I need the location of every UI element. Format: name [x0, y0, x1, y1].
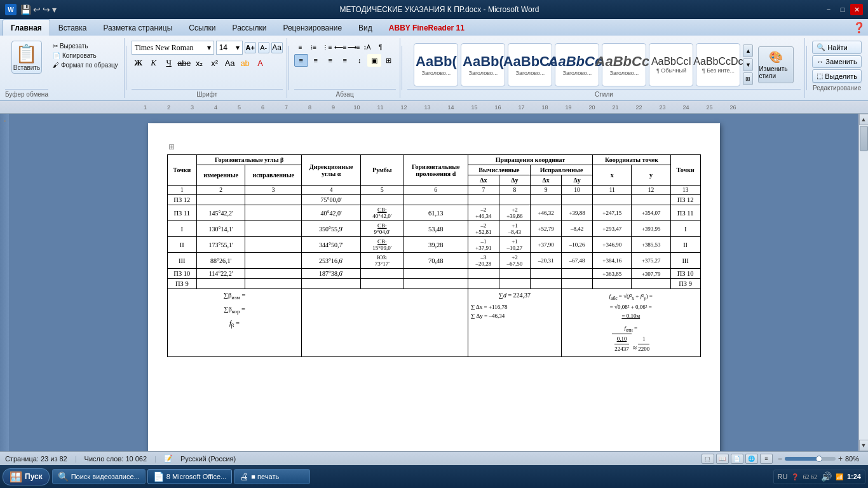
table-row-pz11: ПЗ 11 145°42,2' 40°42,0' СВ:40°42,0' 61,…: [167, 205, 700, 221]
borders-button[interactable]: ⊞: [382, 54, 396, 67]
format-painter-button[interactable]: 🖌 Формат по образцу: [51, 61, 120, 69]
tab-review[interactable]: Рецензирование: [275, 19, 350, 36]
undo-icon[interactable]: ↩: [33, 4, 41, 15]
tab-view[interactable]: Вид: [350, 19, 381, 36]
align-justify-button[interactable]: ≡: [338, 54, 352, 67]
subscript-button[interactable]: x₂: [193, 56, 207, 70]
text-case-button[interactable]: Aa: [223, 56, 237, 70]
ruler-mark-16: 16: [486, 104, 510, 111]
view-page-button[interactable]: 📄: [731, 454, 743, 464]
copy-button[interactable]: 📄 Копировать: [51, 51, 120, 60]
underline-button[interactable]: Ч: [162, 56, 176, 70]
style-heading5[interactable]: AaBbCcI Заголово...: [602, 43, 646, 86]
close-button[interactable]: ✕: [850, 4, 863, 15]
view-web-button[interactable]: 🌐: [745, 454, 758, 464]
zoom-in-icon[interactable]: +: [838, 454, 843, 463]
th-rumby: Румбы: [361, 155, 403, 186]
dropdown-icon[interactable]: ▾: [52, 4, 57, 15]
f-otn-label: fотн =: [564, 323, 697, 334]
select-button[interactable]: ⬚ Выделить: [812, 69, 862, 83]
increase-indent-button[interactable]: ⟶≡: [348, 41, 360, 53]
style-heading4[interactable]: AaBbCcI Заголово...: [555, 43, 599, 86]
th-dy-ispr: Δy: [562, 175, 593, 186]
start-label: Пуск: [25, 472, 43, 481]
style-heading3[interactable]: AaBbCc Заголово...: [508, 43, 552, 86]
redo-icon[interactable]: ↪: [43, 4, 50, 15]
styles-scroll-down[interactable]: ▼: [743, 58, 753, 71]
align-right-button[interactable]: ≡: [323, 54, 337, 67]
maximize-button[interactable]: □: [836, 4, 849, 15]
style-normal[interactable]: AaBbCcI ¶ Обычный: [649, 43, 693, 86]
strikethrough-button[interactable]: abc: [177, 56, 191, 70]
styles-scroll-up[interactable]: ▲: [743, 44, 753, 57]
cell-II-dx-v: –1+37,91: [468, 237, 499, 253]
style-no-spacing[interactable]: AaBbCcDc ¶ Без инте...: [696, 43, 740, 86]
cell-pz11-horiz: 61,13: [403, 205, 468, 221]
cell-I-y: +393,95: [632, 221, 670, 237]
ribbon-help-icon[interactable]: ❓: [853, 22, 865, 34]
scroll-thumb[interactable]: [860, 126, 868, 151]
align-left-button[interactable]: ≡: [294, 54, 308, 67]
shading-button[interactable]: ▣: [367, 54, 381, 67]
bullet-list-button[interactable]: ≡: [294, 41, 307, 53]
num-9: 9: [530, 186, 561, 195]
sort-button[interactable]: ↕A: [361, 41, 374, 53]
clear-format-button[interactable]: Aa: [271, 42, 283, 53]
help-icon[interactable]: ❓: [791, 473, 799, 480]
styles-more-button[interactable]: ⊞: [743, 72, 753, 85]
start-button[interactable]: 🪟 Пуск: [3, 468, 50, 485]
replace-button[interactable]: ↔ Заменить: [812, 55, 862, 68]
cell-II-dy-i: –10,26: [562, 237, 593, 253]
tab-abbyy[interactable]: ABBY FineReader 11: [381, 19, 473, 36]
font-size-decrease-button[interactable]: A-: [258, 42, 269, 53]
font-color-button[interactable]: A: [254, 56, 268, 70]
zoom-slider[interactable]: [785, 457, 836, 461]
change-styles-button[interactable]: 🎨 Изменить стили: [758, 46, 794, 83]
cell-pz12-y: [632, 195, 670, 205]
document-area[interactable]: ⊞: [9, 114, 858, 451]
scroll-up-button[interactable]: ▲: [859, 114, 869, 125]
show-hide-button[interactable]: ¶: [374, 41, 387, 53]
tab-references[interactable]: Ссылки: [180, 19, 224, 36]
tab-mailings[interactable]: Рассылки: [224, 19, 275, 36]
numbered-list-button[interactable]: ⁝≡: [308, 41, 320, 53]
style-heading1[interactable]: AaBb( Заголово...: [414, 43, 458, 86]
highlight-color-button[interactable]: ab: [238, 56, 252, 70]
view-normal-button[interactable]: ⬚: [702, 454, 714, 464]
paste-button[interactable]: 📋 Вставить: [11, 41, 42, 74]
tab-home[interactable]: Главная: [3, 19, 50, 36]
font-size-increase-button[interactable]: A+: [245, 42, 256, 53]
f-abs-calc: = √0,08² + 0,06² =: [564, 302, 697, 311]
italic-button[interactable]: К: [147, 56, 161, 70]
num-7: 7: [468, 186, 499, 195]
volume-icon[interactable]: 🔊: [821, 471, 832, 482]
cell-pz11-dy-v: +2+39,86: [499, 205, 530, 221]
multilevel-list-button[interactable]: ⋮≡: [321, 41, 334, 53]
table-insert-button[interactable]: ⊞: [168, 142, 175, 152]
tab-insert[interactable]: Вставка: [50, 19, 95, 36]
decrease-indent-button[interactable]: ⟵≡: [334, 41, 347, 53]
font-name-selector[interactable]: Times New Roman ▾: [132, 41, 214, 55]
cell-III-izm: 88°26,1': [197, 253, 245, 269]
taskbar-item-search[interactable]: 🔍 Поиск видеозаписе...: [52, 469, 146, 484]
view-reading-button[interactable]: 📖: [716, 454, 729, 464]
tab-page-layout[interactable]: Разметка страницы: [95, 19, 180, 36]
taskbar-item-word[interactable]: 📄 8 Microsoft Office...: [147, 469, 233, 484]
taskbar-item-print[interactable]: 🖨 ■ печать: [234, 469, 310, 484]
align-center-button[interactable]: ≡: [309, 54, 323, 67]
line-spacing-button[interactable]: ↕: [353, 54, 367, 67]
cut-button[interactable]: ✂ Вырезать: [51, 42, 120, 50]
table-row-pz12: ПЗ 12 75°00,0' ПЗ 12: [167, 195, 700, 205]
save-icon[interactable]: 💾: [20, 4, 31, 15]
font-size-selector[interactable]: 14 ▾: [216, 41, 243, 55]
zoom-out-icon[interactable]: −: [778, 454, 782, 463]
bold-button[interactable]: Ж: [132, 56, 146, 70]
style-heading2[interactable]: AaBb( Заголово...: [461, 43, 505, 86]
superscript-button[interactable]: x²: [208, 56, 222, 70]
minimize-button[interactable]: −: [822, 4, 835, 15]
word-taskbar-icon: 📄: [153, 471, 164, 482]
view-draft-button[interactable]: ≡: [760, 454, 773, 464]
ruler-mark-12: 12: [392, 104, 416, 111]
find-button[interactable]: 🔍 Найти: [812, 41, 862, 54]
scroll-down-button[interactable]: ▼: [859, 440, 869, 451]
